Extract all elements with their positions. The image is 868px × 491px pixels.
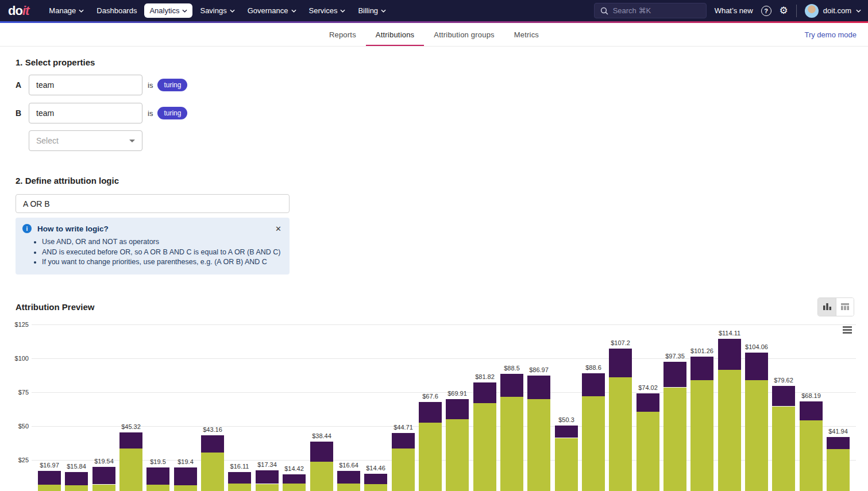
bar-segment-b[interactable] xyxy=(582,373,605,396)
chart-view-button[interactable] xyxy=(818,298,836,316)
bar-segment-b[interactable] xyxy=(663,362,686,388)
menu-governance-label: Governance xyxy=(248,6,288,15)
bar-total-label: $114.11 xyxy=(707,330,753,337)
bar-segment-a[interactable] xyxy=(446,419,469,491)
bar-segment-b[interactable] xyxy=(527,376,550,399)
gridline xyxy=(32,324,856,325)
whats-new-link[interactable]: What’s new xyxy=(715,6,753,15)
value-chip-turing[interactable]: turing xyxy=(157,107,187,119)
bar-segment-b[interactable] xyxy=(392,433,415,449)
bar-segment-a[interactable] xyxy=(92,485,115,491)
gear-icon[interactable]: ⚙ xyxy=(780,6,788,16)
bar-segment-b[interactable] xyxy=(609,349,632,377)
bar-segment-b[interactable] xyxy=(800,401,823,420)
bar-segment-b[interactable] xyxy=(146,467,169,485)
tab-reports[interactable]: Reports xyxy=(319,23,366,46)
bar-segment-b[interactable] xyxy=(419,402,442,423)
property-b-input[interactable] xyxy=(29,103,142,123)
try-demo-mode-link[interactable]: Try demo mode xyxy=(804,23,857,46)
attribution-logic-heading: 2. Define attribution logic xyxy=(16,176,868,185)
bar-segment-b[interactable] xyxy=(500,374,523,397)
bar-segment-a[interactable] xyxy=(364,484,387,491)
close-icon[interactable]: ✕ xyxy=(275,225,281,233)
tab-attributions[interactable]: Attributions xyxy=(366,23,424,46)
bar-segment-a[interactable] xyxy=(500,397,523,491)
bar-segment-a[interactable] xyxy=(690,380,713,491)
property-letter-b: B xyxy=(16,109,29,118)
bar-segment-b[interactable] xyxy=(201,435,224,453)
bar-segment-b[interactable] xyxy=(283,474,306,484)
bar-segment-a[interactable] xyxy=(555,438,578,491)
tab-metrics[interactable]: Metrics xyxy=(504,23,549,46)
bar-total-label: $41.94 xyxy=(815,428,861,435)
chevron-down-icon xyxy=(79,9,84,13)
bar-segment-b[interactable] xyxy=(337,471,360,484)
search-box[interactable] xyxy=(594,3,707,18)
bar-segment-a[interactable] xyxy=(201,453,224,491)
bar-segment-b[interactable] xyxy=(119,432,142,449)
bar-segment-b[interactable] xyxy=(446,399,469,419)
bar-segment-b[interactable] xyxy=(636,393,659,412)
logic-help-alert: i How to write logic? ✕ Use AND, OR and … xyxy=(16,218,290,275)
bar-segment-b[interactable] xyxy=(310,442,333,462)
property-letter-a: A xyxy=(16,80,29,90)
menu-analytics[interactable]: Analytics xyxy=(144,3,192,18)
chart-menu-icon[interactable] xyxy=(843,326,852,334)
bar-segment-a[interactable] xyxy=(663,388,686,491)
bar-segment-b[interactable] xyxy=(38,471,61,485)
bar-segment-a[interactable] xyxy=(256,484,279,491)
bar-segment-a[interactable] xyxy=(718,370,741,491)
bar-segment-a[interactable] xyxy=(827,449,850,491)
bar-segment-b[interactable] xyxy=(256,470,279,484)
search-input[interactable] xyxy=(613,6,693,15)
bar-segment-b[interactable] xyxy=(473,382,496,403)
menu-dashboards[interactable]: Dashboards xyxy=(91,3,142,18)
chevron-down-icon xyxy=(856,9,861,13)
bar-segment-a[interactable] xyxy=(174,485,197,491)
bar-segment-b[interactable] xyxy=(364,474,387,484)
menu-manage[interactable]: Manage xyxy=(44,3,89,18)
bar-segment-a[interactable] xyxy=(119,449,142,491)
bar-segment-a[interactable] xyxy=(527,399,550,491)
bar-segment-a[interactable] xyxy=(283,484,306,491)
bar-segment-b[interactable] xyxy=(92,467,115,484)
table-view-button[interactable] xyxy=(836,298,854,316)
y-axis-tick: $25 xyxy=(0,457,29,463)
menu-savings[interactable]: Savings xyxy=(195,3,240,18)
menu-analytics-label: Analytics xyxy=(149,6,179,15)
logic-formula-input[interactable] xyxy=(16,194,290,213)
top-navbar: doit Manage Dashboards Analytics Savings… xyxy=(0,0,868,21)
bar-segment-b[interactable] xyxy=(690,357,713,380)
chevron-down-icon xyxy=(230,9,235,13)
bar-segment-b[interactable] xyxy=(827,437,850,449)
attribution-preview-chart: $0$25$50$75$100$125$16.97$15.84$19.54$45… xyxy=(0,319,868,491)
bar-segment-a[interactable] xyxy=(392,449,415,491)
menu-governance[interactable]: Governance xyxy=(242,3,302,18)
bar-segment-a[interactable] xyxy=(473,403,496,491)
menu-services[interactable]: Services xyxy=(304,3,351,18)
bar-segment-a[interactable] xyxy=(772,407,795,491)
bar-segment-a[interactable] xyxy=(419,423,442,491)
bar-total-label: $68.19 xyxy=(788,392,834,399)
bar-segment-a[interactable] xyxy=(38,485,61,491)
bar-segment-b[interactable] xyxy=(555,426,578,438)
doit-logo[interactable]: doit xyxy=(8,3,29,18)
bar-segment-a[interactable] xyxy=(146,485,169,491)
property-a-input[interactable] xyxy=(29,75,142,95)
bar-segment-a[interactable] xyxy=(636,412,659,491)
bar-segment-a[interactable] xyxy=(337,484,360,491)
bar-segment-b[interactable] xyxy=(174,467,197,486)
value-chip-turing[interactable]: turing xyxy=(157,79,187,91)
bar-segment-a[interactable] xyxy=(609,377,632,491)
bar-segment-a[interactable] xyxy=(582,396,605,491)
help-icon[interactable]: ? xyxy=(761,6,771,16)
add-property-select[interactable]: Select xyxy=(29,130,142,151)
account-menu[interactable]: doit.com xyxy=(805,4,861,18)
tab-attribution-groups[interactable]: Attribution groups xyxy=(424,23,504,46)
bar-segment-b[interactable] xyxy=(65,472,88,485)
bar-segment-a[interactable] xyxy=(228,484,251,491)
menu-billing[interactable]: Billing xyxy=(353,3,391,18)
bar-segment-a[interactable] xyxy=(65,485,88,491)
bar-segment-a[interactable] xyxy=(745,380,768,491)
bar-segment-b[interactable] xyxy=(228,472,251,484)
